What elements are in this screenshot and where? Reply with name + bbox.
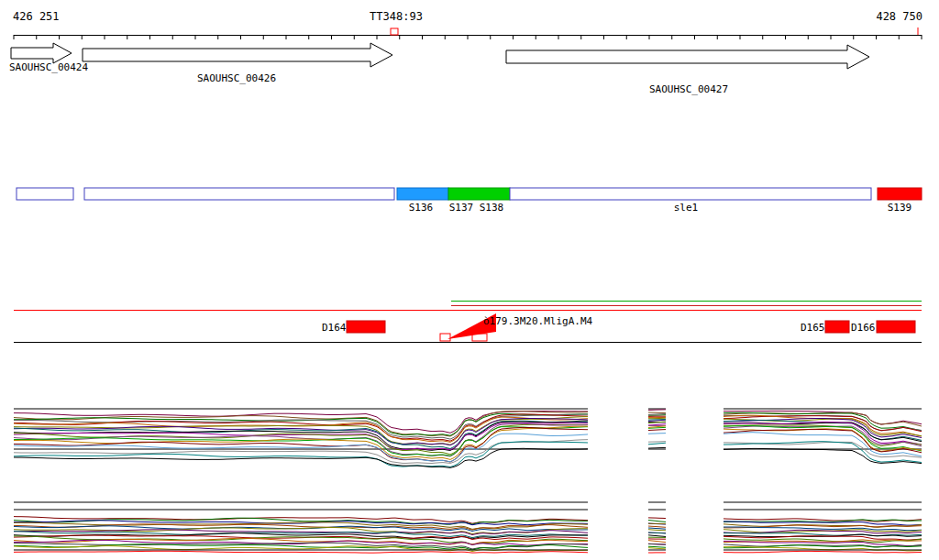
ruler-ticks: [14, 35, 922, 39]
alignment-trace: [724, 551, 922, 553]
alignment-trace: [648, 518, 666, 519]
domain-block[interactable]: [825, 321, 849, 333]
feature-label-s137: S137: [449, 202, 474, 214]
domain-label-d166: D166: [851, 322, 876, 334]
feature-label-s138: S138: [480, 202, 504, 214]
alignment-trace: [648, 430, 666, 431]
feature-box[interactable]: [510, 188, 871, 200]
alignment-trace: [648, 418, 666, 419]
gene-label-saouhsc-00426: SAOUHSC_00426: [197, 72, 276, 84]
domain-label-d165: D165: [801, 322, 825, 334]
feature-box[interactable]: [878, 188, 922, 200]
alignment-trace: [648, 541, 666, 543]
alignment-trace: [648, 544, 666, 545]
gene-arrow[interactable]: [11, 43, 72, 63]
alignment-trace: [648, 434, 666, 434]
feature-box[interactable]: [397, 188, 448, 200]
alignment-trace: [648, 424, 666, 425]
domain-block[interactable]: [347, 321, 385, 333]
feature-box[interactable]: [17, 188, 73, 200]
upper-alignment-panel: [14, 409, 922, 467]
ruler-site-marker[interactable]: [391, 28, 398, 35]
feature-label-s136: S136: [409, 202, 434, 214]
feature-box[interactable]: [448, 188, 510, 200]
alignment-trace: [648, 546, 666, 547]
alignment-trace: [14, 551, 588, 553]
alignment-trace: [648, 412, 666, 413]
feature-track: [17, 188, 922, 200]
lower-alignment-panel: [14, 502, 922, 553]
gene-label-saouhsc-00424: SAOUHSC_00424: [9, 61, 88, 73]
feature-label-s139: S139: [888, 202, 912, 214]
genome-browser-view: 426 251 TT348:93 428 750 SAOUHSC_00424 S…: [0, 0, 939, 560]
alignment-trace: [648, 410, 666, 411]
alignment-trace: [648, 443, 666, 445]
browser-canvas: 426 251 TT348:93 428 750 SAOUHSC_00424 S…: [0, 0, 939, 560]
ruler-marker-label: TT348:93: [370, 10, 423, 23]
gene-arrow[interactable]: [506, 45, 869, 69]
domain-outline[interactable]: [440, 334, 450, 341]
ruler-start-coordinate: 426 251: [13, 10, 60, 23]
alignment-trace: [648, 528, 666, 529]
alignment-trace: [648, 530, 666, 531]
domain-track: [14, 301, 922, 342]
feature-box[interactable]: [84, 188, 394, 200]
domain-block[interactable]: [877, 321, 915, 333]
coordinate-ruler: 426 251 TT348:93 428 750: [13, 10, 922, 39]
alignment-trace: [648, 548, 666, 549]
gene-arrow[interactable]: [83, 43, 392, 67]
domain-label-cluster: ò179.3M20.MligA.M4: [483, 315, 593, 327]
alignment-trace: [648, 535, 666, 537]
ruler-end-coordinate: 428 750: [876, 10, 922, 23]
alignment-trace: [648, 526, 666, 527]
alignment-trace: [648, 521, 666, 522]
alignment-trace: [648, 442, 666, 443]
alignment-trace: [648, 447, 666, 448]
alignment-trace: [724, 527, 922, 531]
domain-label-d164: D164: [322, 322, 347, 334]
feature-label-sle1: sle1: [674, 202, 699, 214]
gene-label-saouhsc-00427: SAOUHSC_00427: [649, 83, 728, 95]
gene-track: [11, 43, 869, 69]
